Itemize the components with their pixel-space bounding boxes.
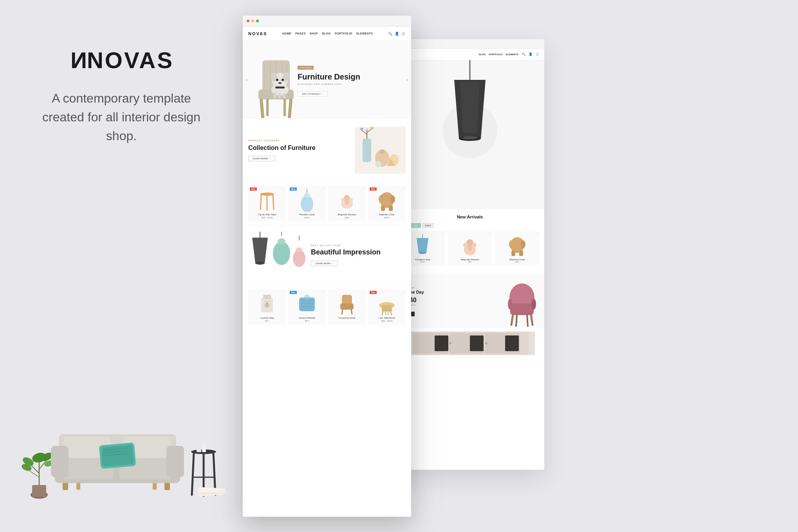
search-icon-2[interactable]: 🔍	[522, 52, 525, 56]
svg-point-136	[509, 240, 514, 248]
left-promo-section: NNOVAS A contemporary template created f…	[0, 0, 243, 532]
filter-new[interactable]: NEW	[410, 223, 421, 228]
collection-tag: PRODUCT CATEGORY	[248, 139, 351, 142]
svg-point-127	[419, 252, 426, 254]
main-browser: NOVAS HOME PAGES SHOP BLOG PORTFOLIO ELE…	[243, 16, 411, 517]
deal-label: for your order	[400, 287, 500, 289]
svg-line-29	[192, 453, 194, 495]
wishlist-icon[interactable]: ♡	[322, 291, 324, 294]
wishlist-icon[interactable]: ♡	[402, 291, 404, 294]
product-badge-new: New	[290, 188, 297, 191]
site-navigation: NOVAS HOME PAGES SHOP BLOG PORTFOLIO ELE…	[243, 27, 411, 41]
svg-point-55	[278, 82, 282, 84]
nav-elements[interactable]: ELEMENTS	[356, 32, 373, 35]
svg-marker-122	[460, 82, 480, 133]
banner-section: BEST SELLER ITEMS Beautiful Impression L…	[243, 225, 411, 285]
arrival-image-magnolia	[450, 233, 490, 257]
collection-learn-more-button[interactable]: LEARN MORE →	[248, 156, 275, 161]
svg-point-124	[462, 136, 478, 139]
wishlist-icon-3[interactable]: ♡	[442, 232, 444, 235]
svg-rect-139	[510, 303, 534, 315]
banner-content: BEST SELLER ITEMS Beautiful Impression L…	[311, 244, 406, 267]
nav-blog[interactable]: BLOG	[322, 32, 330, 35]
nav-portfolio-2[interactable]: PORTFOLIO	[489, 53, 502, 56]
products-grid: Sale ♡ Tip tot Side Table $65 - $120 New…	[248, 186, 406, 221]
hero-next-arrow[interactable]: ›	[406, 77, 408, 83]
svg-point-53	[276, 79, 278, 81]
svg-rect-115	[382, 305, 392, 312]
wishlist-icon[interactable]: ♡	[282, 291, 284, 294]
arrival-image-elephant	[497, 233, 537, 257]
svg-rect-134	[511, 251, 515, 256]
hero-cta-button[interactable]: ADD TO BASKET →	[298, 91, 328, 97]
product-image-laundry-bag	[251, 292, 283, 315]
collection-text: PRODUCT CATEGORY Collection of Furniture…	[248, 139, 351, 162]
wishlist-icon-4[interactable]: ♡	[489, 232, 491, 235]
wishlist-icon[interactable]: ♡	[362, 188, 364, 191]
user-icon-2[interactable]: 👤	[529, 52, 533, 56]
arrival-card-elephant: Elephant Chair $220 ♡	[495, 231, 540, 265]
wishlist-icon[interactable]: ♡	[282, 188, 284, 191]
svg-point-109	[304, 294, 310, 301]
nav-portfolio[interactable]: PORTFOLIO	[335, 32, 352, 35]
nav-pages[interactable]: PAGES	[295, 32, 306, 35]
arrival-price: $220	[497, 261, 537, 263]
cart-icon-2[interactable]: 🛒	[536, 52, 540, 56]
nav-elements-2[interactable]: ELEMENTS	[506, 53, 518, 56]
cabinet-section	[395, 328, 544, 359]
svg-line-76	[273, 195, 274, 210]
product-image-stool	[370, 292, 403, 315]
svg-rect-59	[275, 87, 285, 88]
product-badge-sale: Sale	[370, 188, 377, 191]
products-grid-2: ♡ Laundry Bag $27 New ♡	[248, 289, 406, 325]
logo-n: N	[69, 47, 87, 73]
nav-home[interactable]: HOME	[282, 32, 291, 35]
lamp-display-section: 01	[395, 60, 544, 209]
wishlist-icon[interactable]: ♡	[362, 291, 364, 294]
hero-subtitle: DISCOUNT FOR SUMMER 2020	[298, 83, 360, 85]
bottom-cabinet	[405, 332, 535, 355]
wishlist-icon[interactable]: ♡	[322, 188, 324, 191]
svg-rect-22	[166, 446, 184, 477]
wishlist-icon[interactable]: ♡	[402, 188, 404, 191]
svg-rect-34	[202, 444, 206, 452]
hero-section: ‹	[243, 41, 411, 119]
banner-cta-button[interactable]: LEARN MORE →	[311, 261, 338, 266]
product-name: Havana Blanket	[291, 317, 323, 319]
hero-prev-arrow[interactable]: ‹	[246, 77, 247, 83]
user-icon[interactable]: 👤	[395, 32, 399, 36]
sofa-icon	[43, 407, 192, 493]
deal-content: for your order The The Day 25 MINS 40 SE…	[400, 287, 500, 316]
cart-icon[interactable]: 🛒	[401, 32, 406, 36]
svg-rect-86	[381, 206, 385, 211]
svg-rect-101	[263, 295, 271, 299]
product-name: Pendant Lamp	[291, 213, 323, 216]
product-price: $86 - $320	[370, 320, 403, 322]
svg-rect-42	[266, 99, 269, 116]
search-icon[interactable]: 🔍	[388, 32, 392, 36]
svg-point-83	[341, 198, 345, 202]
svg-point-98	[293, 250, 305, 267]
arrivals-filter: All NEW SALE	[400, 223, 540, 228]
hero-dog	[266, 68, 294, 99]
product-badge-new: New	[290, 291, 297, 294]
svg-point-137	[521, 240, 525, 248]
svg-rect-43	[283, 99, 286, 116]
svg-point-89	[390, 195, 395, 203]
svg-rect-33	[197, 445, 201, 452]
filter-sale[interactable]: SALE	[422, 223, 434, 228]
nav-shop[interactable]: SHOP	[310, 32, 318, 35]
svg-point-68	[360, 128, 363, 131]
svg-line-117	[391, 312, 392, 315]
nav-blog-2[interactable]: BLOG	[479, 53, 486, 56]
svg-rect-111	[340, 303, 354, 310]
sofa-illustration	[12, 336, 239, 501]
browser-maximize	[256, 20, 259, 22]
deal-chair-image	[504, 280, 540, 323]
product-image-side-table	[251, 188, 283, 212]
wishlist-icon-5[interactable]: ♡	[536, 232, 538, 235]
secondary-nav: BLOG PORTFOLIO ELEMENTS 🔍 👤 🛒	[395, 49, 544, 60]
svg-point-99	[296, 247, 302, 252]
nav-links-container: HOME PAGES SHOP BLOG PORTFOLIO ELEMENTS	[282, 32, 373, 35]
svg-rect-41	[288, 99, 292, 119]
